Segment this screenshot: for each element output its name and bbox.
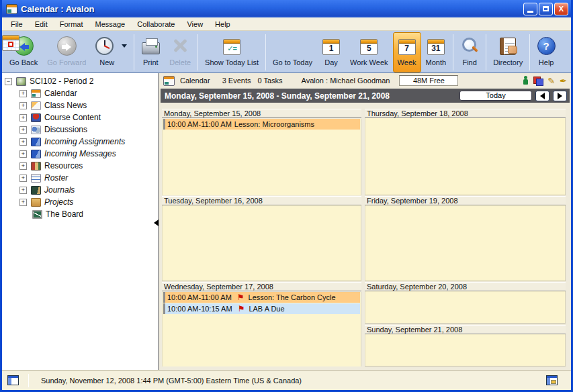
sidebar-item-roster[interactable]: + Roster: [2, 172, 158, 184]
menu-message[interactable]: Message: [89, 19, 132, 30]
day-cell[interactable]: [162, 205, 361, 281]
event-lesson-carbon-cycle[interactable]: 10:00 AM-11:00 AM ⚑ Lesson: The Carbon C…: [163, 292, 360, 303]
pencil-icon[interactable]: ✎: [547, 77, 555, 85]
calendar-panel: Calendar 3 Events 0 Tasks Avalon : Micha…: [159, 73, 571, 370]
menu-edit[interactable]: Edit: [29, 19, 54, 30]
day-cell[interactable]: [365, 291, 566, 323]
sidebar-item-incoming-messages[interactable]: + Incoming Messages: [2, 148, 158, 160]
day-header: Sunday, September 21, 2008: [365, 325, 566, 334]
day-cell[interactable]: [365, 334, 566, 366]
minimize-button[interactable]: [523, 3, 537, 15]
menu-collaborate[interactable]: Collaborate: [131, 19, 181, 30]
expand-box-icon[interactable]: +: [19, 90, 27, 97]
help-icon: ?: [537, 37, 556, 55]
day-cell[interactable]: 10:00 AM-11:00 AM Lesson: Microorganisms: [162, 119, 361, 195]
toolbar: Go Back Go Forward New Print Delete ✓= S…: [2, 31, 571, 73]
expand-box-icon[interactable]: +: [19, 114, 27, 121]
sidebar-item-the-board[interactable]: The Board: [2, 208, 158, 220]
go-to-today-button[interactable]: Go to Today: [268, 32, 317, 72]
print-button[interactable]: Print: [136, 32, 165, 72]
calendar-icon: [31, 89, 41, 98]
list-icon: [31, 174, 41, 183]
book-icon: [31, 150, 41, 158]
sidebar-item-discussions[interactable]: + Discussions: [2, 124, 158, 136]
menu-help[interactable]: Help: [209, 19, 236, 30]
signature-pen-icon[interactable]: ✒: [560, 77, 567, 85]
day-cell[interactable]: 10:00 AM-11:00 AM ⚑ Lesson: The Carbon C…: [162, 292, 361, 366]
new-dropdown-icon[interactable]: [122, 44, 127, 50]
expand-box-icon[interactable]: +: [19, 126, 27, 134]
go-to-today-icon: [2, 35, 19, 51]
sidebar-item-projects[interactable]: + Projects: [2, 196, 158, 208]
day-saturday: Saturday, September 20, 2008: [365, 282, 566, 324]
day-cell[interactable]: [365, 205, 566, 281]
printer-icon: [142, 42, 160, 54]
panel-toggle-icon[interactable]: [7, 375, 19, 385]
help-button[interactable]: ? Help: [532, 32, 560, 72]
go-forward-button[interactable]: Go Forward: [42, 32, 91, 72]
day-monday: Monday, September 15, 2008 10:00 AM-11:0…: [162, 109, 361, 195]
maximize-button[interactable]: [539, 3, 553, 15]
layers-icon[interactable]: [533, 77, 543, 85]
expand-box-icon[interactable]: +: [19, 162, 27, 170]
day-thursday: Thursday, September 18, 2008: [365, 109, 566, 195]
day-view-button[interactable]: 1 Day: [317, 32, 345, 72]
menu-view[interactable]: View: [181, 19, 209, 30]
today-button[interactable]: Today: [459, 91, 532, 101]
delete-button[interactable]: Delete: [165, 32, 195, 72]
expand-box-icon[interactable]: +: [19, 187, 27, 194]
sidebar-item-course-content[interactable]: + Course Content: [2, 111, 158, 124]
menu-file[interactable]: File: [5, 19, 29, 30]
panel-title: Calendar: [180, 77, 210, 85]
expand-box-icon[interactable]: +: [19, 138, 27, 146]
new-button[interactable]: New: [91, 32, 132, 72]
flag-icon: ⚑: [238, 304, 245, 313]
directory-book-icon: [500, 38, 516, 55]
event-lab-a-due[interactable]: 10:00 AM-10:15 AM ⚑ LAB A Due: [163, 303, 360, 314]
close-button[interactable]: X: [554, 3, 568, 15]
layout-toggle-icon[interactable]: [546, 375, 558, 385]
calendar-icon: [163, 76, 175, 86]
event-lesson-microorganisms[interactable]: 10:00 AM-11:00 AM Lesson: Microorganisms: [163, 119, 360, 130]
day-tuesday: Tuesday, September 16, 2008: [162, 196, 361, 281]
sidebar-tree: − SCI102 - Period 2 + Calendar + Class N…: [2, 73, 159, 370]
directory-button[interactable]: Directory: [488, 32, 527, 72]
flask-icon: [16, 77, 26, 86]
day-header: Friday, September 19, 2008: [365, 196, 566, 205]
expand-box-icon[interactable]: +: [19, 150, 27, 158]
next-week-button[interactable]: [553, 91, 567, 101]
toolbar-separator: [197, 34, 198, 70]
week-view-button[interactable]: 7 Week: [393, 32, 421, 72]
event-title: Lesson: Microorganisms: [234, 120, 314, 128]
find-button[interactable]: Find: [455, 32, 484, 72]
sidebar-item-incoming-assignments[interactable]: + Incoming Assignments: [2, 136, 158, 148]
sidebar-item-journals[interactable]: + Journals: [2, 184, 158, 196]
expand-box-icon[interactable]: +: [19, 102, 27, 109]
expand-box-icon[interactable]: +: [19, 175, 27, 182]
event-title: LAB A Due: [249, 305, 284, 313]
day-cell[interactable]: [365, 118, 566, 195]
flag-icon: ⚑: [237, 293, 245, 302]
tree-root-label: SCI102 - Period 2: [30, 77, 93, 86]
show-today-list-button[interactable]: ✓= Show Today List: [200, 32, 263, 72]
splitter-collapse-icon[interactable]: [154, 219, 159, 226]
sidebar-item-class-news[interactable]: + Class News: [2, 99, 158, 111]
user-presence-icon[interactable]: [523, 76, 529, 85]
search-icon: [460, 36, 479, 55]
month-view-button[interactable]: 31 Month: [421, 32, 451, 72]
toolbar-separator: [265, 34, 266, 70]
day-header: Saturday, September 20, 2008: [365, 282, 566, 291]
book-icon: [31, 138, 41, 146]
expand-box-icon[interactable]: +: [19, 199, 27, 206]
chalkboard-icon: [32, 210, 42, 219]
menu-format[interactable]: Format: [54, 19, 89, 30]
collapse-box-icon[interactable]: −: [5, 78, 12, 85]
sidebar-item-calendar[interactable]: + Calendar: [2, 87, 158, 99]
work-week-view-button[interactable]: 5 Work Week: [345, 32, 392, 72]
tree-root-sci102[interactable]: − SCI102 - Period 2: [2, 75, 158, 87]
window-title: Calendar : Avalon: [21, 4, 95, 14]
sidebar-item-resources[interactable]: + Resources: [2, 160, 158, 172]
day-wednesday: Wednesday, September 17, 2008 10:00 AM-1…: [162, 282, 361, 366]
week-calendar-icon: 7: [398, 39, 416, 55]
previous-week-button[interactable]: [535, 91, 549, 101]
